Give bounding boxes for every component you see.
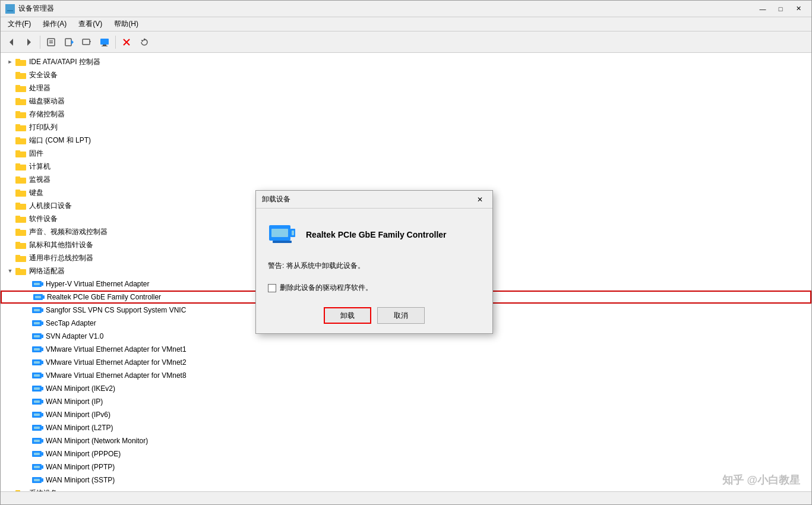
- svg-rect-66: [42, 334, 43, 338]
- svg-rect-54: [42, 282, 43, 286]
- icon-sangfor: [31, 305, 43, 315]
- uninstall-dialog[interactable]: 卸载设备 ✕ Realtek PCIe GbE Family Controlle…: [255, 190, 493, 334]
- tree-item-computer[interactable]: 计算机: [1, 160, 811, 173]
- tree-item-disk[interactable]: 磁盘驱动器: [1, 94, 811, 108]
- label-firmware: 固件: [29, 149, 43, 159]
- svg-rect-1: [8, 5, 10, 7]
- expand-computer: [5, 162, 15, 171]
- label-vmnet1: VMware Virtual Ethernet Adapter for VMne…: [46, 345, 187, 354]
- tree-item-vmnet2[interactable]: VMware Virtual Ethernet Adapter for VMne…: [1, 356, 811, 369]
- svg-rect-88: [34, 427, 40, 429]
- svg-rect-58: [35, 296, 41, 298]
- close-button[interactable]: ✕: [790, 3, 807, 15]
- expand-storage: [5, 109, 15, 119]
- tree-item-wan-pppoe[interactable]: WAN Miniport (PPPOE): [1, 447, 811, 460]
- delete-driver-checkbox[interactable]: [268, 284, 276, 292]
- folder-icon-firmware: [15, 149, 27, 158]
- expand-hid: [5, 201, 15, 210]
- delete-button[interactable]: [118, 34, 135, 50]
- expand-network[interactable]: ▼: [5, 266, 15, 276]
- icon-vmnet1: [31, 345, 43, 354]
- svg-rect-97: [34, 466, 40, 468]
- svg-rect-36: [15, 163, 20, 166]
- expand-monitor: [5, 175, 15, 184]
- svg-rect-46: [15, 229, 20, 231]
- svg-marker-4: [27, 39, 31, 46]
- tree-item-vmnet1[interactable]: VMware Virtual Ethernet Adapter for VMne…: [1, 343, 811, 356]
- label-ide: IDE ATA/ATAPI 控制器: [29, 57, 100, 67]
- delete-driver-label: 删除此设备的驱动程序软件。: [280, 283, 372, 293]
- svg-rect-109: [271, 229, 288, 237]
- menu-help[interactable]: 帮助(H): [109, 18, 143, 30]
- label-software-device: 软件设备: [29, 214, 58, 224]
- update-driver-button[interactable]: [61, 34, 77, 50]
- tree-item-firmware[interactable]: 固件: [1, 147, 811, 160]
- menu-view[interactable]: 查看(V): [74, 18, 107, 30]
- folder-icon-computer: [15, 162, 27, 171]
- icon-svn: [31, 332, 43, 341]
- dialog-close-button[interactable]: ✕: [473, 194, 486, 206]
- folder-icon-software-device: [15, 214, 27, 223]
- uninstall-button[interactable]: 卸载: [324, 307, 371, 324]
- tree-item-wan-sstp[interactable]: WAN Miniport (SSTP): [1, 474, 811, 487]
- minimize-button[interactable]: —: [754, 3, 771, 15]
- svg-rect-78: [42, 387, 43, 390]
- svg-rect-110: [273, 241, 292, 243]
- tree-item-print[interactable]: 打印队列: [1, 121, 811, 134]
- tree-item-cpu[interactable]: 处理器: [1, 81, 811, 94]
- svg-rect-84: [42, 413, 43, 416]
- properties-button[interactable]: [43, 34, 59, 50]
- maximize-button[interactable]: □: [772, 3, 789, 15]
- expand-cpu: [5, 83, 15, 93]
- icon-vmnet2: [31, 358, 43, 367]
- tree-item-wan-pptp[interactable]: WAN Miniport (PPTP): [1, 460, 811, 474]
- folder-icon-port: [15, 135, 27, 145]
- folder-icon-storage: [15, 109, 27, 119]
- icon-wan-l2tp: [31, 423, 43, 433]
- tree-item-wan-ipv6[interactable]: WAN Miniport (IPv6): [1, 408, 811, 421]
- expand-vmnet1: [22, 345, 31, 354]
- svg-rect-79: [34, 387, 40, 390]
- back-button[interactable]: [3, 34, 20, 50]
- expand-wan-pppoe: [22, 449, 31, 459]
- tree-item-ide[interactable]: ► IDE ATA/ATAPI 控制器: [1, 55, 811, 68]
- tree-item-security[interactable]: 安全设备: [1, 68, 811, 81]
- monitor-button[interactable]: [96, 34, 113, 50]
- dialog-device-icon: [268, 220, 296, 249]
- svg-rect-20: [15, 59, 20, 61]
- tree-item-storage[interactable]: 存储控制器: [1, 108, 811, 121]
- svg-rect-22: [15, 72, 20, 74]
- tree-item-monitor[interactable]: 监视器: [1, 173, 811, 186]
- tree-item-wan-ip[interactable]: WAN Miniport (IP): [1, 395, 811, 408]
- tree-item-wan-netmon[interactable]: WAN Miniport (Network Monitor): [1, 434, 811, 447]
- refresh-button[interactable]: [136, 34, 153, 50]
- menu-action[interactable]: 操作(A): [38, 18, 71, 30]
- label-wan-pppoe: WAN Miniport (PPPOE): [46, 450, 121, 458]
- cancel-button[interactable]: 取消: [377, 307, 425, 324]
- svg-marker-3: [10, 39, 13, 46]
- dialog-checkbox-row[interactable]: 删除此设备的驱动程序软件。: [268, 283, 481, 293]
- folder-icon-security: [15, 70, 27, 80]
- folder-icon-network: [15, 266, 27, 276]
- svg-rect-34: [15, 150, 20, 153]
- expand-ide[interactable]: ►: [5, 57, 15, 67]
- folder-icon-disk: [15, 96, 27, 106]
- window-title: 设备管理器: [18, 4, 54, 14]
- label-svn: SVN Adapter V1.0: [46, 332, 103, 340]
- tree-item-wan-l2tp[interactable]: WAN Miniport (L2TP): [1, 421, 811, 434]
- svg-rect-100: [34, 479, 40, 481]
- menu-file[interactable]: 文件(F): [3, 18, 36, 30]
- label-network: 网络适配器: [29, 266, 65, 276]
- forward-button[interactable]: [21, 34, 37, 50]
- tree-item-vmnet8[interactable]: VMware Virtual Ethernet Adapter for VMne…: [1, 369, 811, 382]
- label-wan-netmon: WAN Miniport (Network Monitor): [46, 437, 148, 445]
- svg-rect-90: [42, 439, 43, 443]
- scan-button[interactable]: [78, 34, 95, 50]
- label-wan-ip: WAN Miniport (IP): [46, 397, 103, 406]
- svg-rect-24: [15, 85, 20, 87]
- tree-item-port[interactable]: 端口 (COM 和 LPT): [1, 134, 811, 147]
- label-wan-l2tp: WAN Miniport (L2TP): [46, 424, 113, 432]
- tree-item-system[interactable]: ► 系统设备: [1, 487, 811, 491]
- svg-rect-87: [42, 426, 43, 430]
- tree-item-wan-ikev2[interactable]: WAN Miniport (IKEv2): [1, 382, 811, 395]
